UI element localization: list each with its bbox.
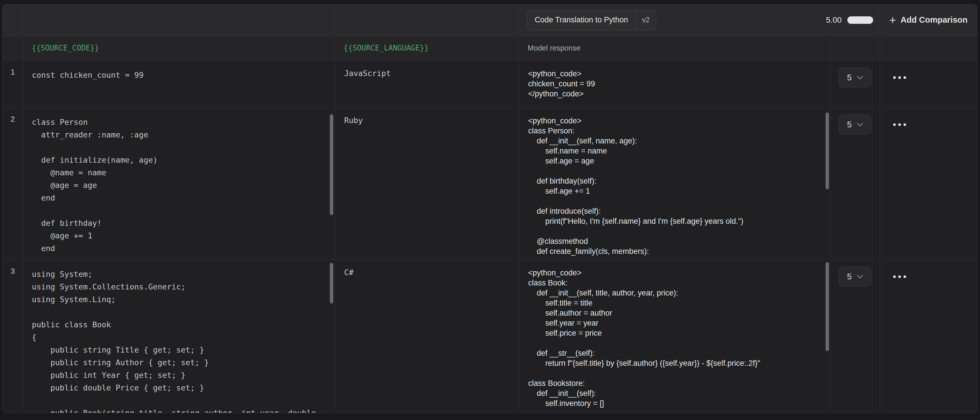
toolbar-source-language-spacer <box>335 4 519 35</box>
chevron-down-icon <box>857 76 863 80</box>
score-cell: 5 <box>831 60 880 107</box>
row-menu-button[interactable] <box>893 267 906 286</box>
header-model-response: Model response <box>519 36 831 60</box>
score-value: 5 <box>847 120 852 129</box>
ellipsis-icon <box>893 76 896 79</box>
ellipsis-icon <box>893 123 896 126</box>
model-response-cell: <python_code> class Book: def __init__(s… <box>519 259 831 413</box>
table-row: 3 using System; using System.Collections… <box>3 259 977 413</box>
vertical-scrollbar[interactable] <box>826 112 829 189</box>
toolbar-model-cell: Code Translation to Python v2 5.00 <box>519 4 880 35</box>
score-dropdown[interactable]: 5 <box>839 267 872 286</box>
score-value: 5 <box>847 272 852 281</box>
actions-cell <box>880 107 977 259</box>
model-response-label: Model response <box>528 44 581 53</box>
add-comparison-label: Add Comparison <box>900 15 968 25</box>
aggregate-score: 5.00 <box>826 16 873 25</box>
column-header-row: {{SOURCE_CODE}} {{SOURCE_LANGUAGE}} Mode… <box>3 36 977 60</box>
score-bar <box>847 16 873 24</box>
vertical-scrollbar[interactable] <box>826 262 829 351</box>
table-row: 2 class Person attr_reader :name, :age d… <box>3 107 977 259</box>
toolbar-source-code-spacer <box>23 4 335 35</box>
model-response-cell: <python_code> chicken_count = 99 </pytho… <box>519 60 831 107</box>
prompt-name-label: Code Translation to Python <box>527 16 636 24</box>
chevron-down-icon <box>857 123 863 126</box>
toolbar-row: Code Translation to Python v2 5.00 + Add… <box>3 4 977 36</box>
model-response-text: <python_code> chicken_count = 99 </pytho… <box>528 69 821 99</box>
prompt-version-label: v2 <box>636 16 656 24</box>
prompt-version-badge[interactable]: Code Translation to Python v2 <box>527 10 656 30</box>
source-language-cell: JavaScript <box>335 60 519 107</box>
score-value: 5 <box>847 73 852 82</box>
source-code-text: const chicken_count = 99 <box>32 69 326 81</box>
add-comparison-button[interactable]: + Add Comparison <box>889 14 968 26</box>
vertical-scrollbar[interactable] <box>330 114 333 215</box>
score-dropdown[interactable]: 5 <box>839 68 872 87</box>
source-code-text: class Person attr_reader :name, :age def… <box>32 116 326 255</box>
source-code-variable: {{SOURCE_CODE}} <box>32 44 99 52</box>
source-code-cell: using System; using System.Collections.G… <box>23 259 335 413</box>
model-response-text: <python_code> class Person: def __init__… <box>528 116 821 257</box>
actions-cell <box>880 259 977 413</box>
comparison-table: Code Translation to Python v2 5.00 + Add… <box>2 4 977 413</box>
source-code-cell: class Person attr_reader :name, :age def… <box>23 107 335 259</box>
row-menu-button[interactable] <box>893 115 906 134</box>
ellipsis-icon <box>893 275 896 278</box>
actions-cell <box>880 60 977 107</box>
source-language-cell: C# <box>335 259 519 413</box>
vertical-scrollbar[interactable] <box>330 263 333 303</box>
model-response-text: <python_code> class Book: def __init__(s… <box>528 268 821 409</box>
source-code-cell: const chicken_count = 99 <box>23 60 335 107</box>
header-source-language: {{SOURCE_LANGUAGE}} <box>335 36 519 60</box>
chevron-down-icon <box>857 275 863 279</box>
model-response-cell: <python_code> class Person: def __init__… <box>519 107 831 259</box>
toolbar-actions-cell: + Add Comparison <box>880 4 977 35</box>
source-language-cell: Ruby <box>335 107 519 259</box>
header-actions-spacer <box>880 36 977 60</box>
table-row: 1 const chicken_count = 99 JavaScript <p… <box>3 60 977 107</box>
row-number: 1 <box>3 60 23 107</box>
row-number: 2 <box>3 107 23 259</box>
score-dropdown[interactable]: 5 <box>839 115 872 134</box>
header-source-code: {{SOURCE_CODE}} <box>23 36 335 60</box>
row-menu-button[interactable] <box>893 68 906 87</box>
row-number: 3 <box>3 259 23 413</box>
header-score-spacer <box>831 36 880 60</box>
header-row-number-spacer <box>3 36 23 60</box>
score-cell: 5 <box>831 107 880 259</box>
aggregate-score-value: 5.00 <box>826 16 842 25</box>
plus-icon: + <box>889 14 896 26</box>
toolbar-row-number-spacer <box>3 4 23 35</box>
source-language-variable: {{SOURCE_LANGUAGE}} <box>344 44 429 52</box>
score-cell: 5 <box>831 259 880 413</box>
source-code-text: using System; using System.Collections.G… <box>32 268 326 413</box>
